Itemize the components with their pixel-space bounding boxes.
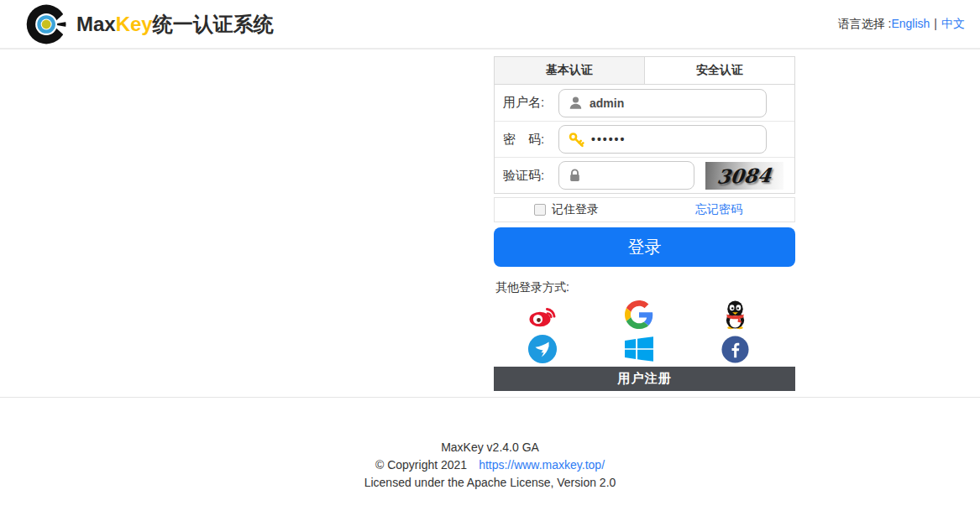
login-panel: 基本认证 安全认证 用户名: 密 码:: [494, 56, 795, 194]
header: MaxKey统一认证系统 语言选择 :English|中文: [0, 0, 980, 50]
register-button[interactable]: 用户注册: [494, 367, 795, 391]
password-row: 密 码:: [495, 121, 794, 157]
password-input[interactable]: [591, 133, 766, 146]
qq-icon[interactable]: [720, 300, 752, 330]
captcha-image[interactable]: 3084: [705, 162, 783, 190]
password-inputbox: [558, 125, 767, 154]
options-row: 记住登录 忘记密码: [494, 197, 795, 222]
footer: MaxKey v2.4.0 GA © Copyright 2021https:/…: [0, 397, 980, 492]
footer-site-link[interactable]: https://www.maxkey.top/: [479, 458, 605, 472]
language-chinese-link[interactable]: 中文: [941, 17, 965, 30]
captcha-code-text: 3084: [716, 163, 773, 187]
username-inputbox: [558, 89, 767, 117]
footer-version: MaxKey v2.4.0 GA: [0, 439, 980, 456]
main-area: 基本认证 安全认证 用户名: 密 码:: [0, 50, 980, 397]
language-selector: 语言选择 :English|中文: [838, 17, 965, 32]
other-methods-label: 其他登录方式:: [494, 280, 795, 295]
remember-checkbox[interactable]: [534, 204, 546, 216]
tab-secure-auth[interactable]: 安全认证: [644, 57, 794, 84]
login-button[interactable]: 登录: [494, 227, 795, 267]
footer-copyright-line: © Copyright 2021https://www.maxkey.top/: [0, 456, 980, 474]
remember-label: 记住登录: [552, 202, 599, 217]
language-label: 语言选择 :: [838, 17, 892, 30]
username-input[interactable]: [590, 96, 766, 110]
captcha-row: 验证码: 3084: [495, 157, 794, 193]
password-label: 密 码:: [503, 132, 558, 148]
lock-icon: [568, 169, 582, 183]
forgot-password-link[interactable]: 忘记密码: [695, 202, 742, 217]
captcha-input[interactable]: [588, 169, 694, 182]
footer-license: Licensed under the Apache License, Versi…: [0, 474, 980, 492]
captcha-label: 验证码:: [503, 168, 558, 184]
facebook-icon[interactable]: [720, 334, 752, 364]
username-label: 用户名:: [503, 95, 558, 111]
language-divider: |: [934, 17, 937, 30]
weibo-icon[interactable]: [527, 300, 558, 330]
footer-copyright: © Copyright 2021: [375, 458, 467, 472]
key-icon: [568, 131, 585, 149]
maxkey-logo-icon: [25, 3, 69, 46]
auth-tabs: 基本认证 安全认证: [495, 57, 794, 85]
brand: MaxKey统一认证系统: [25, 3, 274, 46]
social-login-grid: [494, 300, 795, 364]
language-english-link[interactable]: English: [891, 17, 930, 30]
tab-basic-auth[interactable]: 基本认证: [495, 57, 644, 84]
login-card: 基本认证 安全认证 用户名: 密 码:: [494, 56, 795, 391]
user-icon: [568, 95, 584, 111]
page-title: MaxKey统一认证系统: [76, 11, 274, 38]
google-icon[interactable]: [623, 300, 655, 330]
captcha-inputbox: [558, 161, 694, 190]
username-row: 用户名:: [495, 85, 794, 121]
windows-icon[interactable]: [623, 334, 655, 364]
dingtalk-icon[interactable]: [527, 334, 558, 364]
